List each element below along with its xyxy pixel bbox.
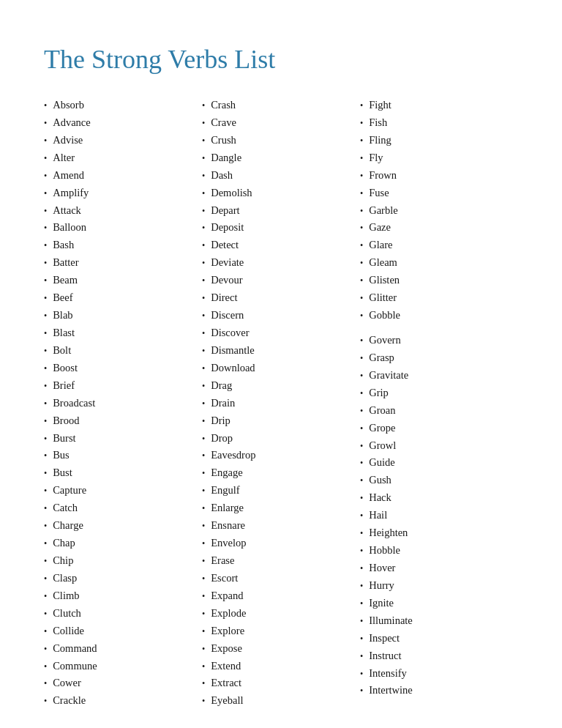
list-item: Brief	[44, 377, 195, 395]
verb-label: Drop	[211, 430, 233, 447]
list-item: Grip	[360, 385, 511, 402]
verb-label: Heighten	[369, 524, 408, 542]
verb-label: Ignite	[369, 595, 394, 612]
list-item: Hack	[360, 489, 511, 507]
verb-label: Attack	[53, 202, 81, 220]
verb-label: Inspect	[369, 630, 400, 647]
verb-label: Explode	[211, 605, 246, 623]
list-item: Dismantle	[202, 342, 353, 360]
verb-label: Absorb	[53, 97, 84, 114]
list-item: Explore	[202, 623, 353, 640]
list-3: FightFishFlingFlyFrownFuseGarbleGazeGlar…	[360, 97, 511, 699]
verb-label: Climb	[53, 587, 79, 605]
verb-label: Garble	[369, 202, 397, 220]
verb-label: Hack	[369, 489, 391, 507]
list-item: Bus	[44, 447, 195, 464]
verb-label: Grope	[369, 420, 395, 437]
list-1: AbsorbAdvanceAdviseAlterAmendAmplifyAtta…	[44, 97, 195, 710]
verb-label: Expand	[211, 587, 243, 605]
verb-label: Chip	[53, 552, 73, 570]
list-item: Brood	[44, 412, 195, 430]
list-item: Dangle	[202, 149, 353, 167]
list-item: Engulf	[202, 482, 353, 499]
list-item: Climb	[44, 587, 195, 605]
verb-label: Deviate	[211, 254, 244, 272]
list-item: Govern	[360, 332, 511, 349]
list-item: Burst	[44, 430, 195, 447]
verb-label: Glisten	[369, 272, 400, 289]
list-item: Glitter	[360, 289, 511, 307]
list-item: Detect	[202, 237, 353, 254]
list-item: Clutch	[44, 605, 195, 623]
column-2: CrashCraveCrushDangleDashDemolishDepartD…	[202, 97, 360, 710]
verb-label: Bus	[53, 447, 70, 464]
verb-label: Discover	[211, 324, 249, 342]
verb-label: Dash	[211, 167, 233, 185]
verb-label: Boost	[53, 360, 78, 377]
verb-label: Detect	[211, 237, 239, 254]
verb-label: Engage	[211, 464, 242, 482]
list-item: Capture	[44, 482, 195, 499]
list-item: Crush	[202, 132, 353, 149]
verb-label: Drain	[211, 395, 235, 412]
list-item: Drip	[202, 412, 353, 430]
verb-label: Instruct	[369, 647, 401, 665]
verb-label: Dangle	[211, 149, 241, 167]
verb-label: Grasp	[369, 349, 394, 367]
list-item: Hobble	[360, 542, 511, 560]
list-item: Eyeball	[202, 692, 353, 710]
list-item: Bash	[44, 237, 195, 254]
list-item: Batter	[44, 254, 195, 272]
verb-label: Crash	[211, 97, 236, 114]
list-item: Command	[44, 640, 195, 658]
list-item: Gleam	[360, 254, 511, 272]
verb-label: Eyeball	[211, 692, 243, 710]
list-item	[360, 324, 511, 332]
verb-label: Gaze	[369, 219, 391, 237]
verb-label: Drag	[211, 377, 232, 395]
list-item: Extend	[202, 658, 353, 675]
verb-label: Alter	[53, 149, 75, 167]
list-item: Attack	[44, 202, 195, 220]
verb-label: Groan	[369, 402, 395, 420]
verb-label: Batter	[53, 254, 78, 272]
list-item: Bust	[44, 464, 195, 482]
verb-label: Collide	[53, 623, 84, 640]
list-item: Fuse	[360, 185, 511, 202]
verb-label: Chap	[53, 535, 75, 552]
verb-label: Dismantle	[211, 342, 255, 360]
verb-label: Brood	[53, 412, 79, 430]
verb-label: Catch	[53, 499, 78, 517]
list-item: Grope	[360, 420, 511, 437]
list-item: Crave	[202, 114, 353, 132]
list-item: Gobble	[360, 307, 511, 324]
verb-label: Amplify	[53, 185, 89, 202]
verb-label: Bust	[53, 464, 72, 482]
verb-label: Beam	[53, 272, 78, 289]
verb-label: Glare	[369, 237, 392, 254]
list-item: Demolish	[202, 185, 353, 202]
verb-label: Beef	[53, 289, 72, 307]
verb-label: Demolish	[211, 185, 252, 202]
list-item: Catch	[44, 499, 195, 517]
list-item: Gravitate	[360, 367, 511, 385]
list-item: Hail	[360, 507, 511, 524]
verb-label: Crave	[211, 114, 236, 132]
list-item: Dash	[202, 167, 353, 185]
list-item: Gaze	[360, 219, 511, 237]
verb-label: Extract	[211, 675, 241, 692]
verb-label: Gobble	[369, 307, 400, 324]
list-item: Discover	[202, 324, 353, 342]
list-item: Boost	[44, 360, 195, 377]
list-item: Grasp	[360, 349, 511, 367]
verb-label: Advise	[53, 132, 83, 149]
verb-label: Devour	[211, 272, 243, 289]
verb-label: Glitter	[369, 289, 397, 307]
list-item: Erase	[202, 552, 353, 570]
list-item: Extract	[202, 675, 353, 692]
verb-label: Intensify	[369, 665, 407, 683]
verb-label: Balloon	[53, 219, 86, 237]
verb-label: Frown	[369, 167, 397, 185]
list-item: Deviate	[202, 254, 353, 272]
verb-label: Hurry	[369, 577, 394, 595]
